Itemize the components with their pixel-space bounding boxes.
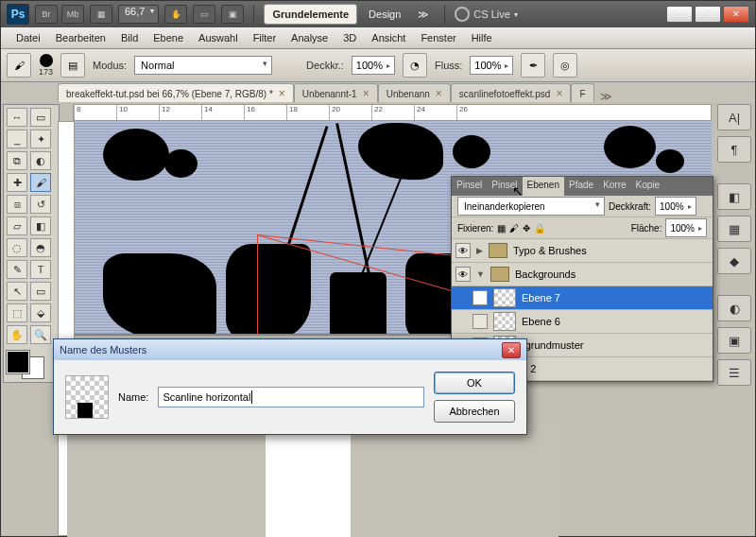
dock-adjust-icon[interactable]: ◐ bbox=[717, 295, 751, 321]
menu-bearbeiten[interactable]: Bearbeiten bbox=[48, 32, 113, 43]
maximize-button[interactable]: ☐ bbox=[695, 6, 721, 23]
tab-close-icon[interactable]: × bbox=[363, 87, 369, 100]
layer-row[interactable]: Ebene 6 bbox=[452, 310, 713, 334]
blur-tool[interactable]: ◌ bbox=[7, 238, 27, 257]
doc-tab[interactable]: scanlinefotoeffekt.psd× bbox=[451, 83, 572, 103]
panel-tab[interactable]: Korre bbox=[598, 177, 630, 196]
arrange-icon[interactable]: ▭ bbox=[193, 5, 215, 24]
tab-close-icon[interactable]: × bbox=[279, 87, 285, 100]
panel-tab[interactable]: Pfade bbox=[564, 177, 598, 196]
tool-preset-icon[interactable]: 🖌 bbox=[7, 53, 31, 78]
dock-swatches-icon[interactable]: ▦ bbox=[717, 216, 751, 242]
heal-tool[interactable]: ✚ bbox=[7, 173, 27, 192]
doc-tab[interactable]: Unbenannt-1× bbox=[294, 83, 378, 103]
panel-tab[interactable]: Pinsel bbox=[487, 177, 522, 196]
menu-auswahl[interactable]: Auswahl bbox=[191, 32, 246, 43]
menu-hilfe[interactable]: Hilfe bbox=[464, 32, 500, 43]
menu-analyse[interactable]: Analyse bbox=[284, 32, 335, 43]
blend-mode-select[interactable]: Ineinanderkopieren bbox=[457, 197, 605, 216]
airbrush-icon[interactable]: ✒ bbox=[521, 53, 545, 78]
zoom-tool[interactable]: 🔍 bbox=[30, 325, 51, 344]
close-button[interactable]: ✕ bbox=[723, 6, 749, 23]
brush-tool[interactable]: 🖌 bbox=[30, 173, 51, 192]
lock-move-icon[interactable]: ✥ bbox=[523, 223, 530, 234]
eye-icon[interactable] bbox=[472, 314, 488, 329]
minibridge-icon[interactable]: Mb bbox=[61, 5, 84, 24]
dock-type-icon[interactable]: A| bbox=[717, 104, 751, 130]
lasso-tool[interactable]: ⎯ bbox=[7, 130, 27, 148]
eyedropper-tool[interactable]: ◐ bbox=[30, 151, 51, 170]
cancel-button[interactable]: Abbrechen bbox=[434, 400, 515, 423]
marquee-tool[interactable]: ▭ bbox=[30, 108, 51, 127]
menu-fenster[interactable]: Fenster bbox=[413, 32, 463, 43]
menu-ansicht[interactable]: Ansicht bbox=[364, 32, 413, 43]
dialog-close-icon[interactable]: ✕ bbox=[502, 342, 521, 358]
dialog-titlebar[interactable]: Name des Musters ✕ bbox=[54, 339, 526, 360]
tab-close-icon[interactable]: × bbox=[556, 87, 562, 100]
tablet-pressure-icon[interactable]: ◎ bbox=[553, 53, 577, 78]
lock-trans-icon[interactable]: ▦ bbox=[497, 223, 506, 234]
workspace-active[interactable]: Grundelemente bbox=[264, 4, 357, 25]
eraser-tool[interactable]: ▱ bbox=[7, 217, 27, 235]
tab-close-icon[interactable]: × bbox=[436, 87, 442, 100]
zoom-select[interactable]: 66,7 bbox=[118, 5, 159, 24]
eye-icon[interactable]: 👁 bbox=[472, 290, 488, 305]
flow-input[interactable]: 100%▸ bbox=[470, 56, 513, 75]
type-tool[interactable]: T bbox=[30, 260, 51, 279]
layer-opacity-input[interactable]: 100%▸ bbox=[655, 197, 696, 216]
menu-filter[interactable]: Filter bbox=[246, 32, 284, 43]
workspace-other[interactable]: Design bbox=[363, 9, 406, 20]
pen-tool[interactable]: ✎ bbox=[7, 260, 27, 279]
crop-tool[interactable]: ⧉ bbox=[7, 151, 27, 170]
dock-layers-icon[interactable]: ☰ bbox=[717, 359, 751, 386]
doc-tab[interactable]: Unbenann× bbox=[378, 83, 451, 103]
cslive-button[interactable]: CS Live▾ bbox=[455, 7, 518, 22]
dock-masks-icon[interactable]: ▣ bbox=[717, 327, 751, 354]
dock-color-icon[interactable]: ◧ bbox=[717, 183, 751, 210]
lock-paint-icon[interactable]: 🖌 bbox=[509, 223, 519, 234]
tabs-more-icon[interactable]: ≫ bbox=[600, 90, 612, 103]
stamp-tool[interactable]: ⧇ bbox=[7, 195, 27, 214]
layer-row[interactable]: 👁Ebene 7 bbox=[452, 286, 713, 310]
pattern-name-input[interactable]: Scanline horizontal bbox=[158, 387, 424, 407]
hand-tool[interactable]: ✋ bbox=[7, 325, 27, 344]
move-tool[interactable]: ↔ bbox=[7, 108, 27, 127]
gradient-tool[interactable]: ◧ bbox=[30, 217, 51, 235]
brush-preview[interactable]: 173 bbox=[39, 54, 53, 77]
panel-tab-active[interactable]: Ebenen bbox=[523, 177, 564, 196]
layer-group[interactable]: 👁▼Backgrounds bbox=[452, 263, 713, 286]
path-tool[interactable]: ↖ bbox=[7, 282, 27, 301]
opacity-pressure-icon[interactable]: ◔ bbox=[403, 53, 427, 78]
lock-all-icon[interactable]: 🔒 bbox=[534, 223, 545, 234]
history-brush-tool[interactable]: ↺ bbox=[30, 195, 51, 214]
doc-tab[interactable]: breakeffekt-tut.psd bei 66,7% (Ebene 7, … bbox=[58, 83, 294, 103]
panel-tab[interactable]: Kopie bbox=[631, 177, 665, 196]
brush-panel-icon[interactable]: ▤ bbox=[60, 53, 85, 78]
panel-tab[interactable]: Pinsel bbox=[452, 177, 487, 196]
eye-icon[interactable]: 👁 bbox=[455, 267, 471, 282]
ok-button[interactable]: OK bbox=[434, 372, 515, 394]
bridge-icon[interactable]: Br bbox=[35, 5, 58, 24]
color-swatches[interactable] bbox=[7, 351, 44, 379]
mode-select[interactable]: Normal bbox=[134, 56, 272, 75]
fill-input[interactable]: 100%▸ bbox=[665, 218, 707, 237]
3d-tool[interactable]: ⬚ bbox=[7, 303, 27, 322]
3d-cam-tool[interactable]: ⬙ bbox=[30, 303, 51, 322]
screenmode-icon[interactable]: ▣ bbox=[221, 5, 244, 24]
menu-ebene[interactable]: Ebene bbox=[146, 32, 191, 43]
workspace-more-icon[interactable]: ≫ bbox=[412, 9, 435, 21]
eye-icon[interactable]: 👁 bbox=[455, 243, 471, 258]
hand-icon[interactable]: ✋ bbox=[164, 5, 187, 24]
doc-tab[interactable]: F bbox=[571, 83, 593, 103]
menu-datei[interactable]: Datei bbox=[9, 32, 48, 43]
menu-3d[interactable]: 3D bbox=[335, 32, 364, 43]
wand-tool[interactable]: ✦ bbox=[30, 130, 51, 148]
dodge-tool[interactable]: ◓ bbox=[30, 238, 51, 257]
menu-bild[interactable]: Bild bbox=[113, 32, 146, 43]
minimize-button[interactable]: — bbox=[666, 6, 693, 23]
dock-paragraph-icon[interactable]: ¶ bbox=[717, 136, 751, 163]
opacity-input[interactable]: 100%▸ bbox=[352, 56, 395, 75]
shape-tool[interactable]: ▭ bbox=[30, 282, 51, 301]
dock-styles-icon[interactable]: ◆ bbox=[717, 248, 751, 274]
view-extras-icon[interactable]: ▦ bbox=[90, 5, 112, 24]
